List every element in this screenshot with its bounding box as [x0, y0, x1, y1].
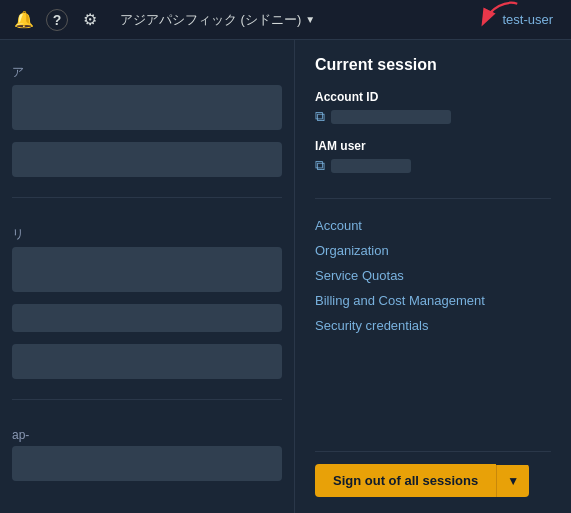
sidebar-label-li: リ [12, 226, 282, 243]
account-id-copy-icon[interactable]: ⧉ [315, 108, 325, 125]
current-session-title: Current session [315, 56, 551, 74]
sidebar-blurred-3 [12, 247, 282, 292]
service-quotas-link[interactable]: Service Quotas [315, 263, 551, 288]
security-credentials-link[interactable]: Security credentials [315, 313, 551, 338]
bell-icon[interactable]: 🔔 [10, 6, 38, 34]
iam-user-copy-icon[interactable]: ⧉ [315, 157, 325, 174]
help-icon[interactable]: ? [46, 9, 68, 31]
iam-user-value [331, 159, 411, 173]
region-label: アジアパシフィック (シドニー) [120, 11, 301, 29]
account-id-field: ⧉ [315, 108, 551, 125]
main-layout: ア リ ap- 前 Turn off multi-session support [0, 40, 571, 513]
signout-dropdown-button[interactable]: ▼ [496, 465, 529, 497]
sidebar-blurred-6 [12, 446, 282, 481]
signout-chevron-icon: ▼ [507, 474, 519, 488]
region-selector[interactable]: アジアパシフィック (シドニー) ▼ [112, 7, 323, 33]
right-panel: Current session Account ID ⧉ IAM user ⧉ … [295, 40, 571, 513]
organization-link[interactable]: Organization [315, 238, 551, 263]
account-id-value [331, 110, 451, 124]
region-dropdown-icon: ▼ [305, 14, 315, 25]
sidebar-label-a: ア [12, 64, 282, 81]
settings-icon[interactable]: ⚙ [76, 6, 104, 34]
left-sidebar: ア リ ap- 前 Turn off multi-session support [0, 40, 295, 513]
menu-links: Account Organization Service Quotas Bill… [315, 213, 551, 338]
signout-all-sessions-button[interactable]: Sign out of all sessions [315, 464, 496, 497]
account-link[interactable]: Account [315, 213, 551, 238]
sidebar-blurred-1 [12, 85, 282, 130]
sidebar-blurred-4 [12, 304, 282, 332]
red-arrow-indicator [461, 0, 521, 35]
sidebar-blurred-2 [12, 142, 282, 177]
signout-group: Sign out of all sessions ▼ [315, 464, 529, 497]
iam-user-label: IAM user [315, 139, 551, 153]
account-id-label: Account ID [315, 90, 551, 104]
menu-divider [315, 198, 551, 199]
billing-link[interactable]: Billing and Cost Management [315, 288, 551, 313]
sidebar-content: ア リ ap- 前 [0, 52, 294, 513]
iam-user-field: ⧉ [315, 157, 551, 174]
right-panel-bottom: Sign out of all sessions ▼ [315, 451, 551, 497]
top-navigation: 🔔 ? ⚙ アジアパシフィック (シドニー) ▼ test-user [0, 0, 571, 40]
sidebar-blurred-5 [12, 344, 282, 379]
sidebar-label-ap: ap- [12, 428, 282, 442]
